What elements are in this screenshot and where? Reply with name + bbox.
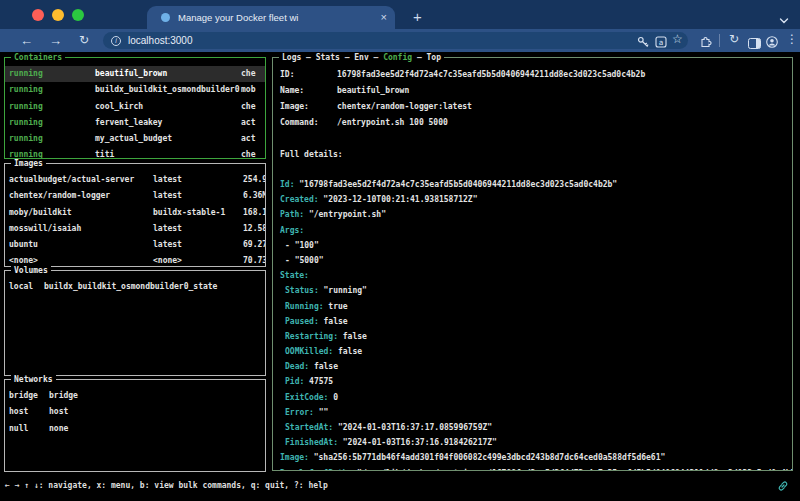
container-row[interactable]: runningfervent_leakeyact — [5, 115, 265, 131]
detail-value: "16798fad3ee5d2f4d72a4c7c35eafd5b5d04069… — [294, 180, 617, 189]
detail-line: Pid: 47575 — [273, 374, 792, 389]
volume-row[interactable]: localbuildx_buildkit_osmondbuilder0_stat… — [5, 279, 265, 295]
detail-key: State: — [280, 271, 309, 280]
translate-icon[interactable]: a — [655, 34, 667, 52]
detail-line: - "100" — [273, 238, 792, 253]
container-row[interactable]: runningtitiche — [5, 147, 265, 158]
site-info-icon[interactable]: i — [111, 36, 121, 46]
zoom-window-button[interactable] — [72, 9, 84, 21]
menu-dots-icon[interactable]: ⋮ — [786, 32, 798, 47]
tab-top[interactable]: Top — [427, 53, 441, 62]
container-row[interactable]: runningbuildx_buildkit_osmondbuilder0mob — [5, 82, 265, 98]
network-row[interactable]: nullnone — [5, 421, 265, 437]
network-name: host — [9, 404, 28, 420]
summary-value: /entrypoint.sh 100 5000 — [337, 115, 448, 131]
image-row[interactable]: <none><none>70.73M — [5, 253, 265, 266]
volumes-panel-title: Volumes — [11, 266, 51, 275]
detail-line: Status: "running" — [273, 283, 792, 298]
tab-close-icon[interactable]: × — [381, 6, 387, 29]
image-row[interactable]: mosswill/isaiahlatest12.58M — [5, 221, 265, 237]
detail-value: "5000" — [295, 256, 324, 265]
detail-key: StartedAt: — [285, 423, 333, 432]
container-row[interactable]: runningmy_actual_budgetact — [5, 131, 265, 147]
detail-line: Args: — [273, 223, 792, 238]
url-bar[interactable]: i localhost:3000 — [103, 32, 688, 49]
detail-value: "/var/lib/docker/containers/16798fad3ee5… — [352, 469, 792, 470]
image-tag: <none> — [153, 253, 182, 266]
container-state: running — [9, 131, 43, 147]
container-row[interactable]: runningcool_kirchche — [5, 99, 265, 115]
container-state: running — [9, 82, 43, 98]
network-driver: none — [49, 421, 68, 437]
image-row[interactable]: actualbudget/actual-serverlatest254.98 — [5, 172, 265, 188]
detail-line: Paused: false — [273, 314, 792, 329]
image-name: <none> — [9, 253, 38, 266]
volumes-panel[interactable]: Volumes localbuildx_buildkit_osmondbuild… — [4, 270, 266, 376]
networks-panel[interactable]: Networks bridgebridgehosthostnullnone — [4, 379, 266, 472]
image-name: moby/buildkit — [9, 205, 72, 221]
chevron-down-icon[interactable] — [779, 10, 789, 28]
detail-key: FinishedAt: — [285, 438, 338, 447]
tab-env[interactable]: Env — [354, 53, 368, 62]
detail-key: Running: — [285, 302, 324, 311]
detail-value: "2023-12-10T00:21:41.938158712Z" — [319, 195, 478, 204]
new-tab-button[interactable]: + — [406, 6, 429, 29]
detail-value: "" — [314, 408, 328, 417]
reload-button[interactable]: ↻ — [79, 32, 89, 49]
minimize-window-button[interactable] — [52, 9, 64, 21]
container-name: titi — [95, 147, 114, 158]
inspector-body: ID:16798fad3ee5d2f4d72a4c7c35eafd5b5d040… — [273, 58, 792, 470]
image-tag: buildx-stable-1 — [153, 205, 225, 221]
image-size: 69.27M — [243, 237, 265, 253]
detail-line: OOMKilled: false — [273, 344, 792, 359]
side-panel-icon[interactable] — [748, 35, 761, 53]
detail-key: Pid: — [285, 377, 304, 386]
detail-value: false — [338, 332, 367, 341]
container-name: buildx_buildkit_osmondbuilder0 — [95, 82, 240, 98]
volumes-body: localbuildx_buildkit_osmondbuilder0_stat… — [5, 271, 265, 375]
images-panel[interactable]: Images actualbudget/actual-serverlatest2… — [4, 163, 266, 267]
detail-line: Id: "16798fad3ee5d2f4d72a4c7c35eafd5b5d0… — [273, 177, 792, 192]
containers-panel[interactable]: Containers runningbeautiful_browncherunn… — [4, 57, 266, 159]
image-row[interactable]: ubuntulatest69.27M — [5, 237, 265, 253]
link-icon[interactable] — [777, 480, 789, 494]
summary-label: Command: — [280, 115, 319, 131]
detail-value: true — [324, 302, 348, 311]
network-row[interactable]: bridgebridge — [5, 388, 265, 404]
tab-stats[interactable]: Stats — [316, 53, 340, 62]
summary-row: Command:/entrypoint.sh 100 5000 — [273, 115, 792, 131]
extensions-puzzle-icon[interactable] — [699, 34, 712, 52]
passwords-key-icon[interactable] — [637, 34, 649, 52]
bookmark-star-icon[interactable]: ☆ — [672, 32, 683, 47]
container-row[interactable]: runningbeautiful_brownche — [5, 66, 265, 82]
detail-key: ResolvConfPath: — [280, 469, 352, 470]
image-size: 12.58M — [243, 221, 265, 237]
svg-text:a: a — [659, 38, 664, 47]
tab-separator: — — [412, 53, 426, 62]
tab-config[interactable]: Config — [383, 53, 412, 62]
tab-logs[interactable]: Logs — [282, 53, 301, 62]
image-size: 6.36MB — [243, 188, 265, 204]
profile-avatar-icon[interactable] — [766, 34, 778, 52]
url-text: localhost:3000 — [128, 35, 193, 46]
detail-value: "2024-01-03T16:37:16.918426217Z" — [338, 438, 497, 447]
container-name: my_actual_budget — [95, 131, 172, 147]
browser-tab[interactable]: Manage your Docker fleet wi × — [147, 6, 395, 29]
image-name: actualbudget/actual-server — [9, 172, 134, 188]
image-tag: latest — [153, 172, 182, 188]
image-tag: latest — [153, 237, 182, 253]
back-button[interactable]: ← — [20, 32, 33, 49]
detail-bullet: - — [285, 256, 295, 265]
image-row[interactable]: chentex/random-loggerlatest6.36MB — [5, 188, 265, 204]
network-row[interactable]: hosthost — [5, 404, 265, 420]
sync-icon[interactable]: ↻ — [729, 32, 739, 47]
image-row[interactable]: moby/buildkitbuildx-stable-1168.13 — [5, 205, 265, 221]
close-window-button[interactable] — [32, 9, 44, 21]
container-name: cool_kirch — [95, 99, 143, 115]
inspector-panel[interactable]: Logs — Stats — Env — Config — Top ID:167… — [272, 57, 793, 471]
forward-button[interactable]: → — [49, 32, 62, 49]
terminal-app: Containers runningbeautiful_browncherunn… — [0, 52, 800, 501]
inspector-tabs: Logs — Stats — Env — Config — Top — [279, 53, 444, 62]
full-details-label: Full details: — [273, 147, 792, 163]
image-name: ubuntu — [9, 237, 38, 253]
